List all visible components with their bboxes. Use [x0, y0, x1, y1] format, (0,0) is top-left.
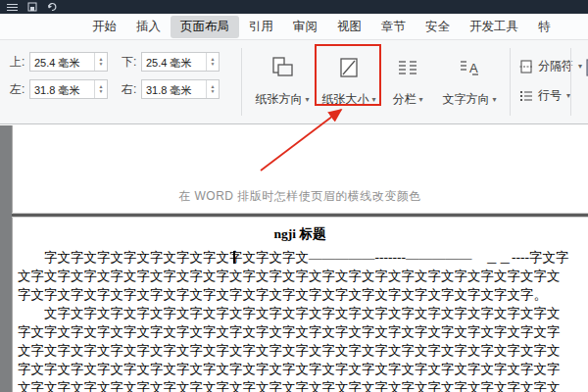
ribbon-separator	[510, 48, 511, 116]
text-line: 字文字文字文字文字文字文字文字文字文字文—————-------————— ＿＿…	[18, 248, 580, 267]
paper-orientation-button[interactable]: 纸张方向 ▾	[251, 44, 314, 121]
margin-right-stepper[interactable]: 31.8 毫米 ▲ ▼	[141, 79, 220, 99]
text-line: 字文字文字文字文字文字文字文字文字文字文字文字文字文字文字文字文字文字文字文字文…	[18, 322, 580, 341]
text-direction-label: 文字方向	[442, 91, 489, 108]
tab-section[interactable]: 章节	[371, 16, 416, 38]
margin-bottom-label: 下:	[122, 54, 141, 71]
save-icon[interactable]	[27, 2, 37, 12]
margin-row-top-bottom: 上: 25.4 毫米 ▲ ▼ 下: 25.4 毫米 ▲ ▼	[10, 52, 233, 72]
chevron-down-icon: ▾	[371, 96, 375, 104]
spin-down-icon[interactable]: ▼	[211, 62, 216, 67]
line-numbers-icon	[519, 89, 533, 103]
paper-size-button[interactable]: 纸张大小 ▾	[319, 44, 378, 121]
page-header-text: 在 WORD 排版时怎样使页眉的横线改变颜色	[12, 188, 588, 205]
spinner-arrows[interactable]: ▲ ▼	[94, 80, 107, 98]
undo-icon[interactable]	[47, 2, 57, 12]
spinner-arrows[interactable]: ▲ ▼	[206, 53, 219, 71]
text-line: 字文字文字文字文字文字文字文字文字文字文字文字文字文字文字文字文字文字文字文字文…	[18, 360, 580, 378]
text-direction-icon: A	[457, 52, 483, 83]
paper-orientation-icon	[270, 52, 296, 83]
document-title: ngji 标题	[12, 225, 588, 243]
spinner-arrows[interactable]: ▲ ▼	[94, 53, 107, 71]
margin-left-label: 左:	[10, 81, 29, 98]
ribbon: 上: 25.4 毫米 ▲ ▼ 下: 25.4 毫米 ▲ ▼ 左: 31.8 毫米	[0, 40, 588, 124]
text-line: 文字文字文字文字文字文字文字文字文字文字文字文字文字文字文字文字文字文字文字文字…	[18, 267, 580, 285]
text-line: 字文字文字文字文字文字文字文字文字文字文字文字文字文字文字文字文字文字文字文字。	[18, 285, 580, 304]
word-processor-window: 开始 插入 页面布局 引用 审阅 视图 章节 安全 开发工具 特 上: 25.4…	[0, 0, 588, 392]
tab-special-features[interactable]: 特	[528, 16, 561, 38]
margin-right-label: 右:	[122, 81, 141, 98]
document-body[interactable]: 字文字文字文字文字文字文字文字文字文字文—————-------————— ＿＿…	[18, 248, 580, 392]
menubar: 开始 插入 页面布局 引用 审阅 视图 章节 安全 开发工具 特	[0, 14, 588, 40]
background-icon	[583, 52, 588, 83]
text-line: 文字文字文字文字文字文字文字文字文字文字文字文字文字文字文字文字文字文字文字文字…	[18, 341, 580, 360]
tab-security[interactable]: 安全	[416, 16, 460, 38]
menu-icon[interactable]	[7, 4, 18, 11]
breaks-icon	[519, 60, 533, 74]
spinner-arrows[interactable]: ▲ ▼	[206, 80, 219, 98]
spin-down-icon[interactable]: ▼	[99, 62, 104, 67]
margin-right-value[interactable]: 31.8 毫米	[142, 80, 206, 98]
svg-text:A: A	[469, 61, 478, 75]
text-line: 文字文字文字文字文字文字文字文字文字文字文字文字文字文字文字文字文字文字文字文	[18, 304, 580, 322]
spin-down-icon[interactable]: ▼	[211, 89, 216, 94]
tab-home[interactable]: 开始	[82, 16, 126, 38]
columns-button[interactable]: 分栏 ▾	[384, 44, 431, 121]
line-numbers-button[interactable]: 行号 ▾	[519, 87, 570, 104]
margin-top-stepper[interactable]: 25.4 毫米 ▲ ▼	[29, 52, 108, 72]
spin-down-icon[interactable]: ▼	[99, 89, 104, 94]
paper-size-icon	[336, 52, 363, 83]
columns-icon	[395, 52, 421, 83]
breaks-label: 分隔符	[538, 58, 573, 74]
tab-references[interactable]: 引用	[239, 16, 283, 38]
document-workspace: 在 WORD 排版时怎样使页眉的横线改变颜色 ngji 标题 字文字文字文字文字…	[0, 125, 588, 392]
chevron-down-icon: ▾	[492, 96, 496, 104]
chevron-down-icon: ▾	[305, 96, 309, 104]
line-numbers-label: 行号	[538, 87, 562, 104]
chevron-down-icon: ▾	[418, 96, 422, 104]
paper-size-label: 纸张大小	[321, 91, 368, 108]
text-line: 文字文字文字文字文字文字文字文字文字文字文字文字文字文字文字文字文字文字文字文字…	[18, 378, 580, 392]
titlebar	[0, 0, 588, 14]
tab-view[interactable]: 视图	[327, 16, 371, 38]
background-button[interactable]: 背	[576, 44, 588, 121]
header-border-line	[12, 213, 588, 218]
tab-insert[interactable]: 插入	[126, 16, 171, 38]
margin-bottom-value[interactable]: 25.4 毫米	[142, 53, 206, 71]
paper-orientation-label: 纸张方向	[255, 91, 302, 108]
tab-page-layout[interactable]: 页面布局	[171, 16, 239, 38]
ribbon-separator	[241, 48, 242, 116]
document-page[interactable]: 在 WORD 排版时怎样使页眉的横线改变颜色 ngji 标题 字文字文字文字文字…	[12, 125, 588, 392]
tab-review[interactable]: 审阅	[283, 16, 327, 38]
margin-left-stepper[interactable]: 31.8 毫米 ▲ ▼	[29, 79, 108, 99]
margin-top-label: 上:	[10, 54, 29, 71]
text-cursor	[233, 251, 235, 264]
text-direction-button[interactable]: A 文字方向 ▾	[435, 44, 504, 121]
tab-developer-tools[interactable]: 开发工具	[460, 16, 528, 38]
margin-row-left-right: 左: 31.8 毫米 ▲ ▼ 右: 31.8 毫米 ▲ ▼	[10, 79, 233, 99]
margin-bottom-stepper[interactable]: 25.4 毫米 ▲ ▼	[141, 52, 220, 72]
margin-top-value[interactable]: 25.4 毫米	[30, 53, 94, 71]
ribbon-separator	[570, 48, 571, 116]
columns-label: 分栏	[392, 91, 416, 108]
breaks-button[interactable]: 分隔符 ▾	[519, 58, 582, 74]
margin-left-value[interactable]: 31.8 毫米	[30, 80, 94, 98]
